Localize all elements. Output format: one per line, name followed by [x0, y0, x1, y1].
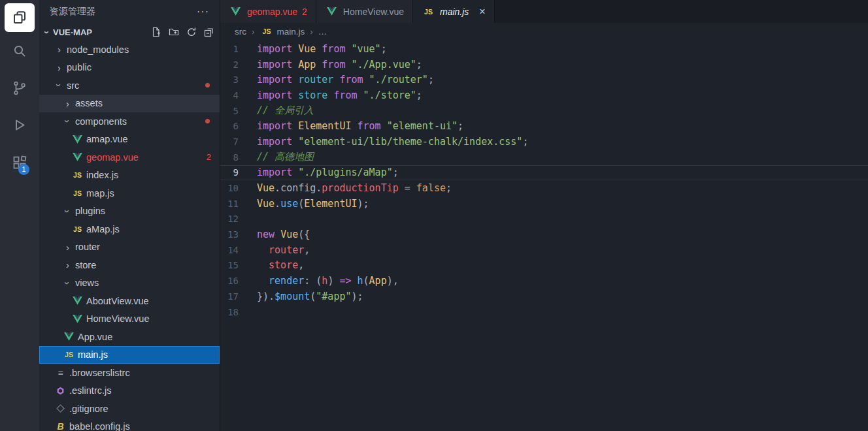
line-number: 11 [220, 199, 257, 209]
tree-item-views[interactable]: ›views [39, 274, 220, 293]
tree-item-.eslintrc.js[interactable]: .eslintrc.js [39, 382, 220, 400]
gitignore-icon [54, 404, 67, 413]
code-line[interactable]: 7import "element-ui/lib/theme-chalk/inde… [220, 134, 868, 150]
code-token: ( [310, 291, 316, 302]
code-line[interactable]: 14 router, [220, 242, 868, 258]
tree-item-plugins[interactable]: ›plugins [39, 202, 220, 221]
tree-item-AboutView.vue[interactable]: AboutView.vue [39, 292, 220, 310]
code-line[interactable]: 3import router from "./router"; [220, 72, 868, 88]
code-token: . [316, 182, 322, 194]
code-token: "./plugins/aMap" [298, 167, 393, 178]
tree-item-geomap.vue[interactable]: geomap.vue2 [39, 148, 220, 167]
code-line[interactable]: 4import store from "./store"; [220, 88, 868, 103]
tree-item-assets[interactable]: ›assets [39, 95, 220, 113]
code-editor[interactable]: 1import Vue from "vue";2import App from … [220, 40, 868, 431]
code-line[interactable]: 9import "./plugins/aMap"; [220, 165, 868, 181]
tree-item-public[interactable]: ›public [39, 59, 220, 77]
tab-label: geomap.vue [247, 7, 297, 17]
code-token: "./App.vue" [352, 59, 416, 71]
tree-item-store[interactable]: ›store [39, 256, 220, 274]
tree-item-label: .eslintrc.js [69, 385, 111, 396]
code-token [292, 120, 298, 132]
tree-item-node_modules[interactable]: ›node_modules [39, 40, 220, 59]
code-token: Vue [257, 182, 275, 194]
eslint-icon [54, 387, 67, 395]
code-token: App [298, 59, 316, 71]
code-line[interactable]: 12 [220, 212, 868, 227]
modified-dot [205, 119, 210, 123]
code-line[interactable]: 2import App from "./App.vue"; [220, 57, 868, 72]
tree-item-.browserslistrc[interactable]: ≡.browserslistrc [39, 364, 220, 382]
code-line[interactable]: 17}).$mount("#app"); [220, 289, 868, 304]
code-token: App [369, 275, 387, 287]
new-folder-icon[interactable] [169, 27, 179, 37]
tab-main.js[interactable]: JSmain.js× [413, 0, 495, 23]
tree-item-index.js[interactable]: JSindex.js [39, 167, 220, 185]
code-line[interactable]: 1import Vue from "vue"; [220, 41, 868, 57]
tree-item-main.js[interactable]: JSmain.js [39, 346, 220, 364]
code-token: => [339, 275, 351, 287]
tab-HomeView.vue[interactable]: HomeView.vue [316, 0, 413, 23]
code-line[interactable]: 13new Vue({ [220, 227, 868, 242]
explorer-icon[interactable] [5, 3, 35, 32]
tree-item-label: geomap.vue [86, 152, 139, 163]
code-token: import [257, 59, 292, 71]
code-token: // 全局引入 [257, 104, 314, 117]
code-token [352, 275, 358, 287]
vue-icon [62, 332, 76, 341]
tree-item-components[interactable]: ›components [39, 112, 220, 131]
breadcrumb-separator-icon: › [252, 27, 255, 37]
code-line[interactable]: 6import ElementUI from "element-ui"; [220, 118, 868, 134]
tree-item-router[interactable]: ›router [39, 238, 220, 257]
tree-item-App.vue[interactable]: App.vue [39, 328, 220, 346]
line-number: 6 [220, 121, 257, 131]
code-token [292, 167, 298, 178]
code-line[interactable]: 11Vue.use(ElementUI); [220, 196, 868, 212]
run-debug-icon[interactable] [0, 106, 39, 144]
tree-item-src[interactable]: ›src [39, 76, 220, 95]
tab-geomap.vue[interactable]: geomap.vue2 [220, 0, 316, 23]
tree-item-amap.vue[interactable]: amap.vue [39, 131, 220, 149]
breadcrumb-item[interactable]: src [235, 27, 246, 37]
code-token: render [269, 275, 304, 287]
js-icon: JS [422, 8, 435, 16]
close-icon[interactable]: × [479, 7, 485, 17]
new-file-icon[interactable] [151, 27, 161, 37]
folder-section-header[interactable]: › VUE-MAP [39, 24, 220, 40]
code-token [345, 59, 351, 71]
code-token: ; [416, 89, 422, 101]
code-line[interactable]: 10Vue.config.productionTip = false; [220, 180, 868, 196]
code-token: Vue [298, 43, 316, 55]
more-actions-icon[interactable]: ··· [197, 6, 209, 18]
code-line[interactable]: 8// 高德地图 [220, 150, 868, 165]
tree-item-aMap.js[interactable]: JSaMap.js [39, 220, 220, 238]
code-line[interactable]: 15 store, [220, 258, 868, 274]
code-line[interactable]: 18 [220, 304, 868, 320]
vue-icon [71, 315, 84, 323]
code-token: store [269, 259, 298, 271]
tree-item-HomeView.vue[interactable]: HomeView.vue [39, 310, 220, 328]
code-line[interactable]: 5// 全局引入 [220, 103, 868, 119]
modified-dot [205, 83, 210, 88]
code-token: h [358, 275, 363, 287]
code-token: Vue [257, 198, 275, 210]
code-token: router [298, 74, 333, 86]
code-token: . [275, 198, 280, 210]
browserslist-icon: ≡ [54, 368, 67, 378]
code-line[interactable]: 16 render: (h) => h(App), [220, 273, 868, 289]
js-icon: JS [71, 171, 84, 179]
breadcrumb-item[interactable]: … [318, 27, 327, 37]
search-icon[interactable] [0, 32, 39, 69]
extensions-icon[interactable]: 1 [0, 144, 39, 181]
js-icon: JS [62, 351, 76, 359]
tree-item-babel.config.js[interactable]: Bbabel.config.js [39, 418, 220, 431]
collapse-folders-icon[interactable] [204, 27, 214, 37]
tree-item-.gitignore[interactable]: .gitignore [39, 400, 220, 418]
chevron-down-icon: › [62, 116, 73, 127]
code-token: new [257, 229, 275, 240]
tree-item-map.js[interactable]: JSmap.js [39, 184, 220, 202]
refresh-icon[interactable] [186, 27, 197, 37]
code-token: import [257, 43, 292, 55]
source-control-icon[interactable] [0, 69, 39, 106]
breadcrumb-item[interactable]: JSmain.js [260, 27, 305, 37]
